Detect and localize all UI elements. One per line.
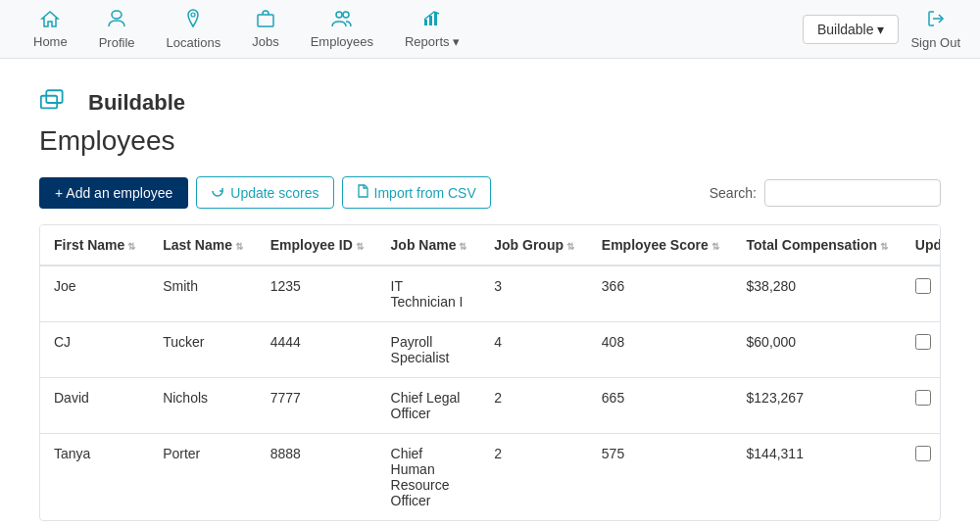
employees-icon bbox=[331, 10, 353, 32]
svg-rect-6 bbox=[429, 16, 432, 25]
profile-icon bbox=[107, 9, 126, 33]
brand-logo-icon bbox=[39, 88, 78, 118]
page-title: Employees bbox=[39, 125, 941, 157]
cell-total-compensation: $38,280 bbox=[733, 265, 902, 322]
sign-out-button[interactable]: Sign Out bbox=[910, 9, 960, 50]
svg-rect-2 bbox=[258, 15, 273, 26]
cell-last-name: Nichols bbox=[149, 378, 257, 434]
table-row: TanyaPorter8888Chief Human Resource Offi… bbox=[40, 434, 941, 521]
toolbar: + Add an employee Update scores Import f… bbox=[39, 176, 941, 209]
cell-employee-score: 575 bbox=[588, 434, 733, 521]
table-row: DavidNichols7777Chief Legal Officer2665$… bbox=[40, 378, 941, 434]
updated-checkbox[interactable] bbox=[915, 278, 931, 294]
nav-employees[interactable]: Employees bbox=[297, 2, 387, 57]
cell-updated[interactable] bbox=[902, 322, 941, 378]
cell-employee-score: 665 bbox=[588, 378, 733, 434]
cell-updated[interactable] bbox=[902, 378, 941, 434]
file-icon bbox=[357, 184, 368, 201]
table-row: JoeSmith1235IT Technician I3366$38,280✓ … bbox=[40, 265, 941, 322]
reports-icon bbox=[422, 10, 442, 32]
nav-right: Buildable ▾ Sign Out bbox=[803, 9, 960, 50]
cell-job-name: Chief Legal Officer bbox=[377, 378, 481, 434]
nav-home[interactable]: Home bbox=[20, 2, 81, 57]
reports-label: Reports ▾ bbox=[405, 34, 460, 49]
cell-last-name: Porter bbox=[149, 434, 257, 521]
jobs-icon bbox=[256, 10, 275, 32]
nav-items: Home Profile Locations bbox=[20, 1, 803, 58]
cell-employee-id: 4444 bbox=[257, 322, 377, 378]
update-scores-button[interactable]: Update scores bbox=[196, 176, 333, 209]
svg-rect-0 bbox=[112, 11, 122, 19]
nav-reports[interactable]: Reports ▾ bbox=[391, 2, 473, 57]
col-total-compensation[interactable]: Total Compensation bbox=[733, 225, 902, 265]
main-content: Buildable Employees + Add an employee Up… bbox=[0, 59, 980, 528]
col-employee-id[interactable]: Employee ID bbox=[257, 225, 377, 265]
cell-first-name: CJ bbox=[40, 322, 149, 378]
svg-rect-5 bbox=[424, 20, 427, 25]
nav-locations[interactable]: Locations bbox=[153, 1, 235, 58]
svg-point-3 bbox=[336, 12, 342, 18]
cell-employee-id: 8888 bbox=[257, 434, 377, 521]
refresh-icon bbox=[211, 184, 224, 201]
svg-rect-7 bbox=[434, 12, 437, 25]
table-body: JoeSmith1235IT Technician I3366$38,280✓ … bbox=[40, 265, 941, 520]
cell-last-name: Smith bbox=[149, 265, 257, 322]
cell-first-name: David bbox=[40, 378, 149, 434]
table-row: CJTucker4444Payroll Specialist4408$60,00… bbox=[40, 322, 941, 378]
col-updated: Updated bbox=[902, 225, 941, 265]
cell-employee-score: 408 bbox=[588, 322, 733, 378]
home-icon bbox=[40, 10, 60, 32]
cell-first-name: Joe bbox=[40, 265, 149, 322]
cell-job-group: 4 bbox=[480, 322, 588, 378]
cell-job-group: 3 bbox=[480, 265, 588, 322]
cell-total-compensation: $60,000 bbox=[733, 322, 902, 378]
cell-total-compensation: $123,267 bbox=[733, 378, 902, 434]
nav-jobs[interactable]: Jobs bbox=[238, 2, 292, 57]
cell-job-name: Chief Human Resource Officer bbox=[377, 434, 481, 521]
employees-table-wrapper: First Name Last Name Employee ID Job Nam… bbox=[39, 224, 941, 521]
cell-employee-score: 366 bbox=[588, 265, 733, 322]
search-label: Search: bbox=[710, 185, 757, 201]
brand-header: Buildable bbox=[39, 88, 941, 118]
table-header-row: First Name Last Name Employee ID Job Nam… bbox=[40, 225, 941, 265]
cell-employee-id: 7777 bbox=[257, 378, 377, 434]
cell-updated[interactable] bbox=[902, 434, 941, 521]
cell-updated[interactable] bbox=[902, 265, 941, 322]
col-employee-score[interactable]: Employee Score bbox=[588, 225, 733, 265]
cell-total-compensation: $144,311 bbox=[733, 434, 902, 521]
cell-job-group: 2 bbox=[480, 434, 588, 521]
locations-icon bbox=[185, 9, 201, 33]
col-job-group[interactable]: Job Group bbox=[480, 225, 588, 265]
nav-profile[interactable]: Profile bbox=[85, 1, 149, 58]
col-first-name[interactable]: First Name bbox=[40, 225, 149, 265]
search-area: Search: bbox=[710, 179, 941, 207]
buildable-dropdown-button[interactable]: Buildable ▾ bbox=[803, 15, 900, 44]
col-last-name[interactable]: Last Name bbox=[149, 225, 257, 265]
cell-employee-id: 1235 bbox=[257, 265, 377, 322]
cell-first-name: Tanya bbox=[40, 434, 149, 521]
svg-point-4 bbox=[343, 12, 349, 18]
employees-table: First Name Last Name Employee ID Job Nam… bbox=[40, 225, 941, 520]
cell-job-group: 2 bbox=[480, 378, 588, 434]
svg-point-1 bbox=[191, 13, 195, 17]
navbar: Home Profile Locations bbox=[0, 0, 980, 59]
add-employee-button[interactable]: + Add an employee bbox=[39, 177, 188, 209]
sign-out-icon bbox=[926, 9, 946, 33]
updated-checkbox[interactable] bbox=[915, 390, 931, 406]
updated-checkbox[interactable] bbox=[915, 446, 931, 461]
svg-rect-10 bbox=[46, 90, 62, 103]
updated-checkbox[interactable] bbox=[915, 334, 931, 350]
search-input[interactable] bbox=[764, 179, 941, 207]
col-job-name[interactable]: Job Name bbox=[377, 225, 481, 265]
cell-last-name: Tucker bbox=[149, 322, 257, 378]
cell-job-name: IT Technician I bbox=[377, 265, 481, 322]
cell-job-name: Payroll Specialist bbox=[377, 322, 481, 378]
brand-name: Buildable bbox=[88, 90, 185, 116]
import-csv-button[interactable]: Import from CSV bbox=[342, 176, 491, 209]
